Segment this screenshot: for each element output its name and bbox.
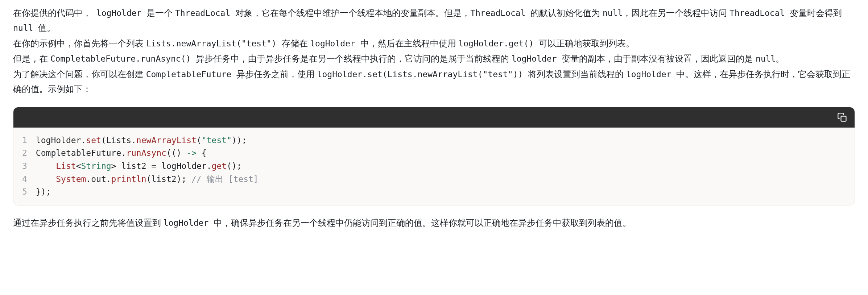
text: 可以正确地获取到列表。 bbox=[539, 38, 635, 48]
inline-code: logHolder bbox=[626, 70, 676, 79]
inline-code: logHolder.get() bbox=[458, 39, 539, 48]
text: 将列表设置到当前线程的 bbox=[528, 69, 626, 79]
inline-code: logHolder.set(Lists.newArrayList("test")… bbox=[317, 70, 528, 79]
text: 。 bbox=[776, 54, 784, 63]
text: 在你的示例中，你首先将一个列表 bbox=[13, 38, 146, 48]
inline-code: null bbox=[603, 8, 623, 18]
text: 异步任务中，由于异步任务是在另一个线程中执行的，它访问的是属于当前线程的 bbox=[196, 54, 512, 63]
copy-button[interactable] bbox=[837, 112, 847, 122]
code-line: }); bbox=[36, 186, 847, 199]
inline-code: logHolder bbox=[164, 218, 214, 228]
code-line: List<String> list2 = logHolder.get(); bbox=[36, 160, 847, 173]
copy-icon bbox=[837, 112, 847, 122]
line-number: 3 bbox=[22, 160, 27, 173]
line-number: 4 bbox=[22, 173, 27, 186]
text: 在你提供的代码中， bbox=[13, 8, 91, 18]
inline-code: logHolder bbox=[310, 39, 360, 48]
inline-code: logHolder bbox=[91, 8, 146, 18]
text: 是一个 bbox=[146, 8, 175, 18]
text: 为了解决这个问题，你可以在创建 bbox=[13, 69, 146, 79]
explanation-paragraph-3: 但是，在 CompletableFuture.runAsync() 异步任务中，… bbox=[13, 51, 855, 66]
line-number: 1 bbox=[22, 134, 27, 147]
text: 的默认初始化值为 bbox=[530, 8, 603, 18]
inline-code: CompletableFuture.runAsync() bbox=[50, 54, 196, 63]
text: 变量时会得到 bbox=[790, 8, 842, 18]
text: 但是，在 bbox=[13, 54, 50, 63]
text: ，因此在另一个线程中访问 bbox=[623, 8, 729, 18]
text: 对象，它在每个线程中维护一个线程本地的变量副本。但是， bbox=[235, 8, 470, 18]
explanation-paragraph-1: 在你提供的代码中， logHolder 是一个 ThreadLocal 对象，它… bbox=[13, 6, 855, 36]
inline-code: ThreadLocal bbox=[729, 8, 790, 18]
inline-code: CompletableFuture bbox=[146, 70, 236, 79]
explanation-paragraph-5: 通过在异步任务执行之前先将值设置到 logHolder 中，确保异步任务在另一个… bbox=[13, 216, 855, 230]
inline-code: null bbox=[756, 54, 776, 63]
inline-code: ThreadLocal bbox=[470, 8, 530, 18]
code-line: logHolder.set(Lists.newArrayList("test")… bbox=[36, 134, 847, 147]
text: 通过在异步任务执行之前先将值设置到 bbox=[13, 218, 164, 228]
svg-rect-0 bbox=[841, 116, 846, 121]
code-block: 1 2 3 4 5 logHolder.set(Lists.newArrayLi… bbox=[13, 107, 855, 205]
text: 存储在 bbox=[282, 38, 310, 48]
code-block-body: 1 2 3 4 5 logHolder.set(Lists.newArrayLi… bbox=[13, 128, 855, 205]
code-line: System.out.println(list2); // 输出 [test] bbox=[36, 173, 847, 186]
explanation-paragraph-4: 为了解决这个问题，你可以在创建 CompletableFuture 异步任务之前… bbox=[13, 67, 855, 97]
text: 值。 bbox=[38, 23, 55, 33]
code-line: CompletableFuture.runAsync(() -> { bbox=[36, 147, 847, 160]
code-lines: logHolder.set(Lists.newArrayList("test")… bbox=[36, 134, 847, 199]
inline-code: null bbox=[13, 23, 38, 33]
text: 异步任务之前，使用 bbox=[236, 69, 317, 79]
code-block-header bbox=[13, 107, 855, 128]
line-number: 2 bbox=[22, 147, 27, 160]
text: 中，然后在主线程中使用 bbox=[360, 38, 459, 48]
line-number-gutter: 1 2 3 4 5 bbox=[17, 134, 36, 199]
inline-code: logHolder bbox=[512, 54, 562, 63]
line-number: 5 bbox=[22, 186, 27, 199]
inline-code: Lists.newArrayList("test") bbox=[146, 39, 282, 48]
text: 变量的副本，由于副本没有被设置，因此返回的是 bbox=[562, 54, 756, 63]
text: 中，确保异步任务在另一个线程中仍能访问到正确的值。这样你就可以正确地在异步任务中… bbox=[214, 218, 631, 228]
explanation-paragraph-2: 在你的示例中，你首先将一个列表 Lists.newArrayList("test… bbox=[13, 36, 855, 51]
inline-code: ThreadLocal bbox=[175, 8, 235, 18]
